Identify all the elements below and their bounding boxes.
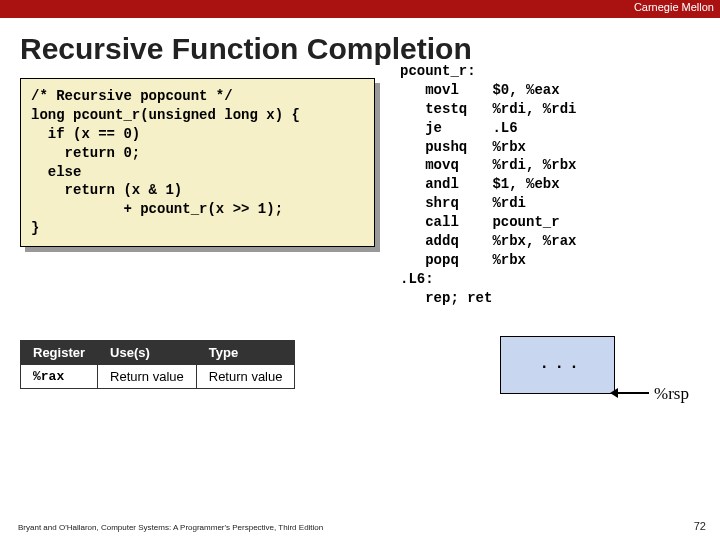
table-header-row: Register Use(s) Type: [21, 341, 295, 365]
stack-ellipsis: . . .: [542, 354, 579, 372]
footer-credit: Bryant and O'Hallaron, Computer Systems:…: [18, 523, 323, 532]
c-code-box: /* Recursive popcount */ long pcount_r(u…: [20, 78, 375, 247]
slide-title: Recursive Function Completion: [20, 32, 720, 66]
page-number: 72: [694, 520, 706, 532]
col-uses: Use(s): [98, 341, 197, 365]
rsp-label: %rsp: [654, 384, 689, 404]
cell-use: Return value: [98, 365, 197, 389]
c-code: /* Recursive popcount */ long pcount_r(u…: [20, 78, 375, 247]
cell-type: Return value: [196, 365, 295, 389]
university-label: Carnegie Mellon: [634, 1, 714, 13]
col-type: Type: [196, 341, 295, 365]
col-register: Register: [21, 341, 98, 365]
table-row: %rax Return value Return value: [21, 365, 295, 389]
top-bar: Carnegie Mellon: [0, 0, 720, 18]
register-table: Register Use(s) Type %rax Return value R…: [20, 340, 295, 389]
rsp-arrow-line: [615, 392, 649, 394]
assembly-listing: pcount_r: movl $0, %eax testq %rdi, %rdi…: [400, 62, 576, 308]
cell-register: %rax: [21, 365, 98, 389]
rsp-arrow-head: [610, 388, 618, 398]
